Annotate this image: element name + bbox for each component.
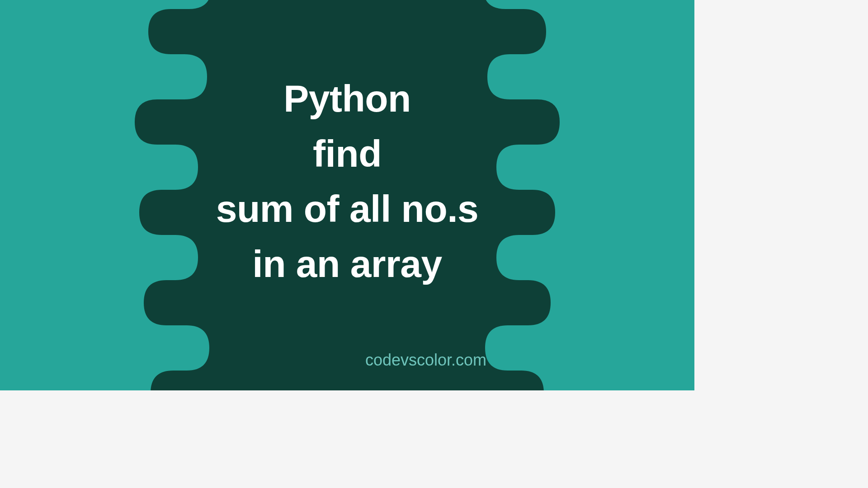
banner-title: Python find sum of all no.s in an array: [216, 71, 479, 291]
title-line-2: find: [216, 127, 479, 182]
title-line-1: Python: [216, 71, 479, 127]
title-line-4: in an array: [216, 237, 479, 292]
title-line-3: sum of all no.s: [216, 182, 479, 237]
banner-card: Python find sum of all no.s in an array …: [0, 0, 694, 390]
content-wrapper: Python find sum of all no.s in an array: [0, 0, 694, 390]
watermark-text: codevscolor.com: [365, 351, 486, 370]
